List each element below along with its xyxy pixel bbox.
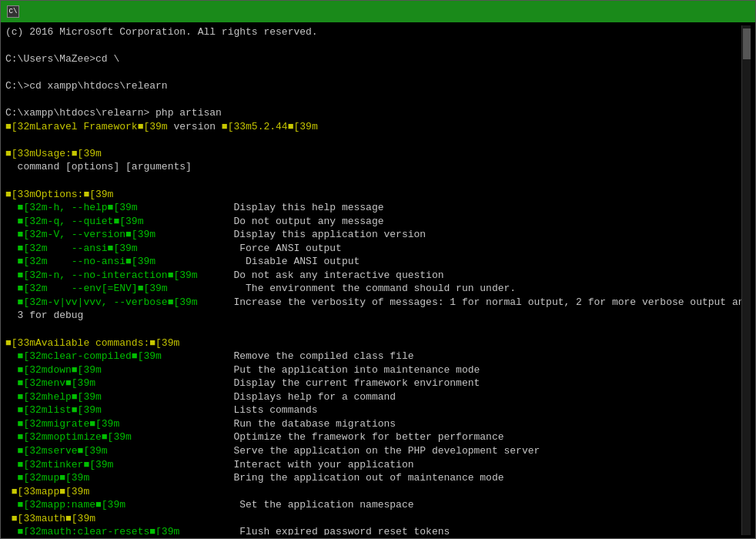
scrollbar-thumb[interactable] (743, 28, 751, 59)
window-controls (686, 4, 749, 19)
scrollbar[interactable] (741, 25, 751, 535)
title-bar: C\ (1, 1, 755, 22)
cmd-icon: C\ (7, 5, 19, 18)
close-button[interactable] (729, 4, 749, 19)
terminal-body: (c) 2016 Microsoft Corporation. All righ… (1, 22, 755, 538)
cmd-window: C\ (c) 2016 Microsoft Corporation. All r… (0, 0, 756, 539)
title-bar-left: C\ (7, 5, 24, 18)
maximize-button[interactable] (707, 4, 728, 19)
terminal-content[interactable]: (c) 2016 Microsoft Corporation. All righ… (5, 25, 741, 535)
minimize-button[interactable] (686, 4, 706, 19)
